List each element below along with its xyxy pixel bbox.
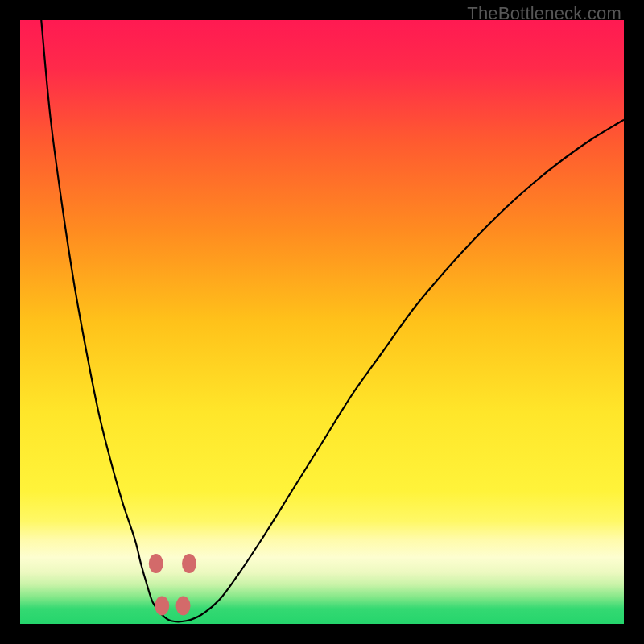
bottleneck-curve	[20, 20, 624, 624]
curve-marker	[155, 597, 169, 616]
plot-frame	[20, 20, 624, 624]
watermark-text: TheBottleneck.com	[467, 3, 621, 24]
curve-marker	[176, 597, 191, 616]
curve-marker	[182, 554, 196, 573]
curve-marker	[149, 554, 163, 573]
